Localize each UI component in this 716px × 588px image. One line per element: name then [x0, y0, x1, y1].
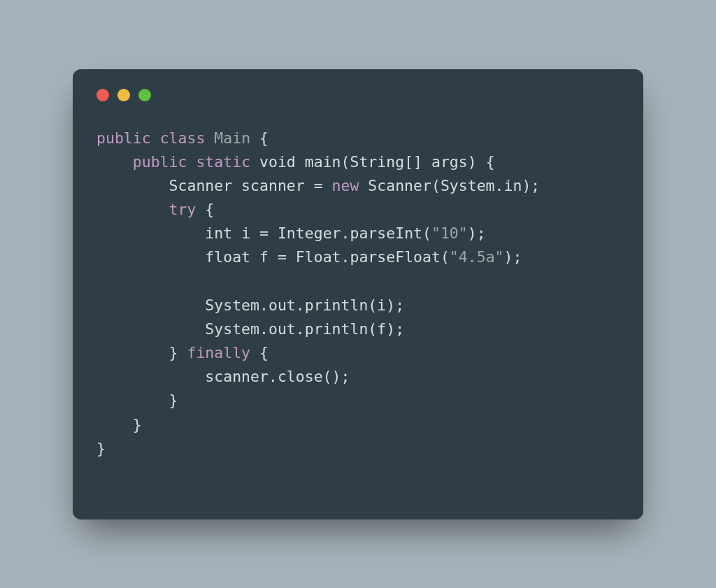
minimize-icon[interactable] [117, 89, 130, 101]
maximize-icon[interactable] [138, 89, 151, 101]
code-window: public class Main { public static void m… [73, 69, 643, 519]
close-icon[interactable] [96, 89, 109, 101]
traffic-lights [96, 89, 620, 101]
code-content: public class Main { public static void m… [96, 127, 620, 461]
